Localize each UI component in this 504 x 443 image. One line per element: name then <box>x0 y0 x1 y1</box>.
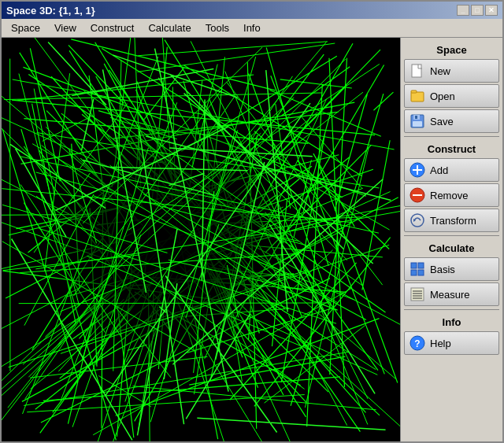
viewport[interactable] <box>2 38 400 441</box>
basis-button[interactable]: Basis <box>404 257 499 281</box>
remove-button[interactable]: Remove <box>404 183 499 207</box>
help-button[interactable]: ? Help <box>404 331 499 355</box>
basis-label: Basis <box>430 264 455 275</box>
measure-icon <box>410 286 425 302</box>
space-canvas <box>2 38 400 441</box>
add-button[interactable]: Add <box>404 158 499 182</box>
open-label: Open <box>430 90 455 102</box>
divider-3 <box>404 309 499 310</box>
window-controls: _ □ ✕ <box>457 5 498 16</box>
svg-rect-1 <box>411 92 424 102</box>
main-window: Space 3D: {1, 1, 1} _ □ ✕ Space View Con… <box>0 0 504 443</box>
help-icon: ? <box>410 335 425 351</box>
svg-rect-6 <box>415 116 417 119</box>
svg-rect-5 <box>413 121 422 127</box>
svg-rect-13 <box>411 263 417 268</box>
basis-icon <box>410 261 425 277</box>
save-label: Save <box>430 116 454 127</box>
new-label: New <box>430 65 450 77</box>
minimize-button[interactable]: _ <box>457 5 469 16</box>
menu-calculate[interactable]: Calculate <box>142 20 197 35</box>
section-info-label: Info <box>404 316 499 328</box>
help-label: Help <box>430 338 451 349</box>
svg-rect-11 <box>413 194 422 196</box>
svg-rect-2 <box>411 90 417 93</box>
svg-rect-14 <box>418 263 424 268</box>
svg-point-12 <box>411 214 424 227</box>
open-button[interactable]: Open <box>404 84 499 108</box>
menu-bar: Space View Construct Calculate Tools Inf… <box>2 19 502 38</box>
new-icon <box>410 63 425 79</box>
divider-2 <box>404 235 499 236</box>
open-icon <box>410 88 425 104</box>
remove-label: Remove <box>430 190 468 201</box>
measure-label: Measure <box>430 289 470 301</box>
svg-text:?: ? <box>414 338 420 349</box>
window-title: Space 3D: {1, 1, 1} <box>6 5 95 17</box>
right-panel: Space New Open <box>400 38 502 441</box>
title-bar: Space 3D: {1, 1, 1} _ □ ✕ <box>2 2 502 19</box>
main-content: Space New Open <box>2 38 502 441</box>
close-button[interactable]: ✕ <box>485 5 498 16</box>
section-construct-label: Construct <box>404 143 499 155</box>
svg-rect-0 <box>412 65 421 77</box>
transform-icon <box>410 212 425 228</box>
save-icon <box>410 113 425 129</box>
section-space-label: Space <box>404 44 499 56</box>
menu-info[interactable]: Info <box>237 20 267 35</box>
svg-rect-16 <box>418 270 424 275</box>
menu-tools[interactable]: Tools <box>199 20 235 35</box>
save-button[interactable]: Save <box>404 109 499 133</box>
add-label: Add <box>430 164 448 176</box>
new-button[interactable]: New <box>404 59 499 83</box>
transform-label: Transform <box>430 215 476 227</box>
divider-1 <box>404 136 499 137</box>
transform-button[interactable]: Transform <box>404 209 499 232</box>
remove-icon <box>410 187 425 203</box>
measure-button[interactable]: Measure <box>404 282 499 306</box>
section-calculate-label: Calculate <box>404 242 499 254</box>
maximize-button[interactable]: □ <box>471 5 484 16</box>
svg-rect-17 <box>411 288 424 301</box>
svg-rect-15 <box>411 270 417 275</box>
menu-space[interactable]: Space <box>5 20 46 35</box>
add-icon <box>410 162 425 178</box>
menu-construct[interactable]: Construct <box>84 20 141 35</box>
menu-view[interactable]: View <box>48 20 83 35</box>
svg-rect-9 <box>413 169 422 171</box>
